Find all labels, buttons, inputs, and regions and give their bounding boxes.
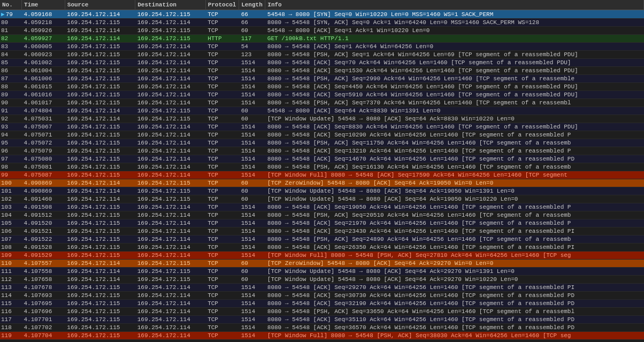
cell-time: 4.091512 — [21, 211, 65, 219]
cell-protocol: TCP — [205, 91, 239, 99]
cell-destination: 169.254.172.114 — [135, 19, 205, 27]
cell-protocol: TCP — [205, 171, 239, 179]
cell-time: 4.075072 — [21, 139, 65, 147]
table-row[interactable]: 1044.091512169.254.172.115169.254.172.11… — [0, 211, 644, 219]
cell-time: 4.060005 — [21, 43, 65, 51]
table-row[interactable]: 934.075067169.254.172.115169.254.172.114… — [0, 123, 644, 131]
cell-source: 169.254.172.115 — [65, 91, 135, 99]
table-row[interactable]: 1164.107696169.254.172.115169.254.172.11… — [0, 308, 644, 316]
col-header-no[interactable]: No. — [0, 0, 21, 10]
cell-destination: 169.254.172.114 — [135, 139, 205, 147]
cell-source: 169.254.172.115 — [65, 59, 135, 67]
table-row[interactable]: 1084.091528169.254.172.115169.254.172.11… — [0, 244, 644, 252]
cell-protocol: TCP — [205, 284, 239, 292]
cell-protocol: TCP — [205, 67, 239, 75]
cell-info: 8080 → 54548 [ACK] Seq=30730 Ack=64 Win=… — [265, 292, 644, 300]
cell-time: 4.091460 — [21, 195, 65, 203]
cell-length: 1514 — [239, 252, 265, 260]
cell-info: [TCP Window Full] 8080 → 54548 [PSH, ACK… — [265, 332, 644, 340]
table-row[interactable]: 814.059926169.254.172.114169.254.172.115… — [0, 27, 644, 35]
table-row[interactable]: 1144.107693169.254.172.115169.254.172.11… — [0, 292, 644, 300]
cell-source: 169.254.172.115 — [65, 163, 135, 171]
cell-time: 4.107557 — [21, 260, 65, 268]
cell-time: 4.061017 — [21, 99, 65, 107]
cell-source: 169.254.172.115 — [65, 300, 135, 308]
table-row[interactable]: 1004.090869169.254.172.114169.254.172.11… — [0, 179, 644, 187]
col-header-destination[interactable]: Destination — [135, 0, 205, 10]
cell-protocol: TCP — [205, 292, 239, 300]
cell-source: 169.254.172.115 — [65, 316, 135, 324]
table-row[interactable]: 1124.107658169.254.172.114169.254.172.11… — [0, 276, 644, 284]
table-row[interactable]: 1024.091460169.254.172.114169.254.172.11… — [0, 195, 644, 203]
cell-length: 1514 — [239, 99, 265, 107]
table-row[interactable]: 854.061002169.254.172.115169.254.172.114… — [0, 59, 644, 67]
table-row[interactable]: 1184.107702169.254.172.115169.254.172.11… — [0, 324, 644, 332]
table-row[interactable]: 1194.107704169.254.172.115169.254.172.11… — [0, 332, 644, 340]
table-row[interactable]: 964.075079169.254.172.115169.254.172.114… — [0, 147, 644, 155]
col-header-source[interactable]: Source — [65, 0, 135, 10]
table-row[interactable]: 824.059927169.254.172.114169.254.172.115… — [0, 35, 644, 43]
cell-destination: 169.254.172.115 — [135, 260, 205, 268]
cell-length: 1514 — [239, 227, 265, 235]
cell-info: 54548 → 8080 [SYN] Seq=0 Win=10220 Len=0… — [265, 10, 644, 19]
cell-info: 8080 → 54548 [ACK] Seq=26350 Ack=64 Win=… — [265, 244, 644, 252]
table-row[interactable]: 804.059218169.254.172.115169.254.172.114… — [0, 19, 644, 27]
table-row[interactable]: 944.075071169.254.172.115169.254.172.114… — [0, 131, 644, 139]
table-row[interactable]: 984.075081169.254.172.115169.254.172.114… — [0, 163, 644, 171]
cell-no: 110 — [0, 260, 21, 268]
table-row[interactable]: 1094.091529169.254.172.115169.254.172.11… — [0, 252, 644, 260]
table-row[interactable]: ▶794.059168169.254.172.114169.254.172.11… — [0, 10, 644, 19]
cell-info: 8080 → 54548 [PSH, ACK] Seq=7370 Ack=64 … — [265, 99, 644, 107]
table-row[interactable]: 894.061016169.254.172.115169.254.172.114… — [0, 91, 644, 99]
cell-no: 98 — [0, 163, 21, 171]
table-row[interactable]: 864.061004169.254.172.115169.254.172.114… — [0, 67, 644, 75]
cell-length: 1514 — [239, 163, 265, 171]
cell-length: 66 — [239, 10, 265, 19]
cell-protocol: TCP — [205, 43, 239, 51]
table-row[interactable]: 844.060923169.254.172.115169.254.172.114… — [0, 51, 644, 59]
table-row[interactable]: 1064.091521169.254.172.115169.254.172.11… — [0, 227, 644, 235]
cell-destination: 169.254.172.114 — [135, 91, 205, 99]
cell-info: 8080 → 54548 [PSH, ACK] Seq=11750 Ack=64… — [265, 139, 644, 147]
table-row[interactable]: 904.061017169.254.172.115169.254.172.114… — [0, 99, 644, 107]
cell-info: 8080 → 54548 [ACK] Seq=23430 Ack=64 Win=… — [265, 227, 644, 235]
table-row[interactable]: 1074.091522169.254.172.115169.254.172.11… — [0, 235, 644, 244]
table-row[interactable]: 834.060005169.254.172.115169.254.172.114… — [0, 43, 644, 51]
table-row[interactable]: 924.075031169.254.172.114169.254.172.115… — [0, 115, 644, 123]
table-row[interactable]: 1014.090869169.254.172.114169.254.172.11… — [0, 187, 644, 195]
cell-length: 1514 — [239, 171, 265, 179]
table-row[interactable]: 1174.107701169.254.172.115169.254.172.11… — [0, 316, 644, 324]
col-header-length[interactable]: Length — [239, 0, 265, 10]
table-row[interactable]: 914.074804169.254.172.114169.254.172.115… — [0, 107, 644, 115]
cell-time: 4.075067 — [21, 123, 65, 131]
table-row[interactable]: 874.061006169.254.172.115169.254.172.114… — [0, 75, 644, 83]
col-header-info[interactable]: Info — [265, 0, 644, 10]
table-row[interactable]: 1034.091508169.254.172.115169.254.172.11… — [0, 203, 644, 211]
table-row[interactable]: 1104.107557169.254.172.114169.254.172.11… — [0, 260, 644, 268]
table-row[interactable]: 1114.107558169.254.172.114169.254.172.11… — [0, 268, 644, 276]
cell-no: 106 — [0, 227, 21, 235]
table-row[interactable]: 954.075072169.254.172.115169.254.172.114… — [0, 139, 644, 147]
cell-length: 1514 — [239, 244, 265, 252]
cell-length: 60 — [239, 115, 265, 123]
cell-protocol: TCP — [205, 211, 239, 219]
col-header-time[interactable]: Time — [21, 0, 65, 10]
cell-info: [TCP ZeroWindow] 54548 → 8080 [ACK] Seq=… — [265, 179, 644, 187]
cell-no: 81 — [0, 27, 21, 35]
cell-info: [TCP Window Update] 54548 → 8080 [ACK] S… — [265, 115, 644, 123]
table-row[interactable]: 884.061015169.254.172.115169.254.172.114… — [0, 83, 644, 91]
col-header-protocol[interactable]: Protocol — [205, 0, 239, 10]
table-row[interactable]: 1054.091520169.254.172.115169.254.172.11… — [0, 219, 644, 227]
table-row[interactable]: 974.075080169.254.172.115169.254.172.114… — [0, 155, 644, 163]
cell-info: [TCP Window Update] 54548 → 8080 [ACK] S… — [265, 195, 644, 203]
cell-no: 93 — [0, 123, 21, 131]
cell-length: 1514 — [239, 203, 265, 211]
cell-source: 169.254.172.114 — [65, 195, 135, 203]
cell-source: 169.254.172.115 — [65, 252, 135, 260]
cell-time: 4.107558 — [21, 268, 65, 276]
cell-length: 1514 — [239, 123, 265, 131]
table-row[interactable]: 1154.107695169.254.172.115169.254.172.11… — [0, 300, 644, 308]
table-row[interactable]: 994.075087169.254.172.115169.254.172.114… — [0, 171, 644, 179]
table-row[interactable]: 1134.107678169.254.172.115169.254.172.11… — [0, 284, 644, 292]
cell-length: 66 — [239, 19, 265, 27]
